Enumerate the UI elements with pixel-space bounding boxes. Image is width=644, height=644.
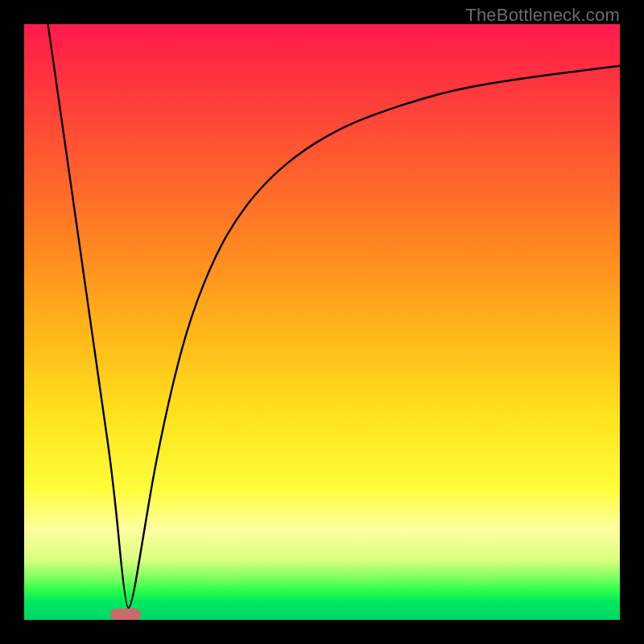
optimum-marker: [110, 609, 141, 620]
chart-canvas: TheBottleneck.com: [0, 0, 644, 644]
watermark-text: TheBottleneck.com: [465, 5, 620, 26]
bottleneck-curve: [24, 24, 620, 620]
plot-area: [24, 24, 620, 620]
